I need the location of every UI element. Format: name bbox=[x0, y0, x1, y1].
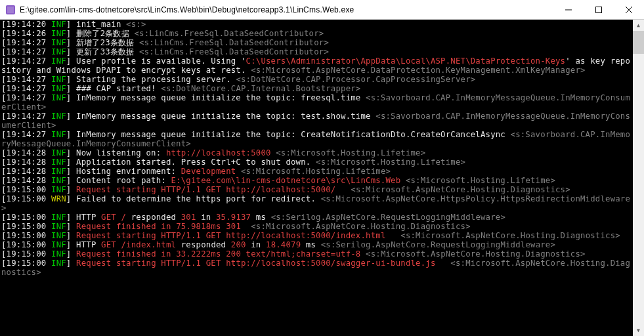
window-titlebar: E:\gitee.com\lin-cms-dotnetcore\src\LinC… bbox=[0, 0, 644, 20]
log-line: [19:14:28 INF] Content root path: E:\git… bbox=[1, 176, 633, 185]
close-button[interactable] bbox=[614, 0, 644, 19]
log-line: [19:14:27 INF] 新增了23条数据 <s:LinCms.FreeSq… bbox=[1, 38, 633, 47]
terminal-area: [19:14:20 INF] init_main <s:>[19:14:26 I… bbox=[0, 20, 644, 336]
log-line: [19:15:00 INF] Request finished in 75.98… bbox=[1, 222, 633, 231]
log-line: [19:15:00 INF] Request starting HTTP/1.1… bbox=[1, 231, 633, 240]
log-line: [19:14:27 INF] ### CAP started! <s:DotNe… bbox=[1, 84, 633, 93]
window-controls bbox=[553, 0, 644, 19]
log-line: [19:14:27 INF] 更新了33条数据 <s:LinCms.FreeSq… bbox=[1, 47, 633, 56]
svg-rect-3 bbox=[596, 7, 602, 12]
log-line: [19:15:00 INF] HTTP GET /index.html resp… bbox=[1, 240, 633, 249]
log-line: [19:15:00 INF] Request finished in 33.22… bbox=[1, 249, 633, 259]
svg-rect-1 bbox=[7, 7, 14, 13]
minimize-button[interactable] bbox=[553, 0, 584, 19]
log-line: [19:14:27 INF] User profile is available… bbox=[1, 56, 633, 75]
log-line: [19:14:27 INF] Starting the processing s… bbox=[1, 75, 633, 84]
window-title: E:\gitee.com\lin-cms-dotnetcore\src\LinC… bbox=[20, 5, 553, 14]
log-line: [19:14:26 INF] 删除了2条数据 <s:LinCms.FreeSql… bbox=[1, 29, 633, 38]
app-icon bbox=[5, 5, 16, 15]
scroll-down-button[interactable]: ▼ bbox=[633, 325, 644, 336]
log-line: [19:14:27 INF] InMemory message queue in… bbox=[1, 130, 633, 148]
scroll-thumb[interactable] bbox=[633, 31, 644, 54]
maximize-button[interactable] bbox=[584, 0, 614, 19]
log-line: [19:14:28 INF] Application started. Pres… bbox=[1, 158, 633, 167]
scroll-up-button[interactable]: ▲ bbox=[633, 20, 644, 31]
log-line: [19:15:00 INF] Request starting HTTP/1.1… bbox=[1, 259, 633, 277]
log-line: [19:14:28 INF] Now listening on: http://… bbox=[1, 148, 633, 158]
log-line: [19:14:27 INF] InMemory message queue in… bbox=[1, 112, 633, 130]
log-line: [19:14:20 INF] init_main <s:> bbox=[1, 20, 633, 29]
log-line: [19:15:00 INF] HTTP GET / responded 301 … bbox=[1, 213, 633, 222]
terminal-output[interactable]: [19:14:20 INF] init_main <s:>[19:14:26 I… bbox=[1, 20, 633, 336]
log-line: [19:14:28 INF] Hosting environment: Deve… bbox=[1, 167, 633, 176]
log-line: [19:15:00 WRN] Failed to determine the h… bbox=[1, 194, 633, 213]
log-line: [19:14:27 INF] InMemory message queue in… bbox=[1, 93, 633, 112]
log-line: [19:15:00 INF] Request starting HTTP/1.1… bbox=[1, 185, 633, 194]
scroll-track[interactable] bbox=[633, 31, 644, 325]
vertical-scrollbar[interactable]: ▲ ▼ bbox=[633, 20, 644, 336]
